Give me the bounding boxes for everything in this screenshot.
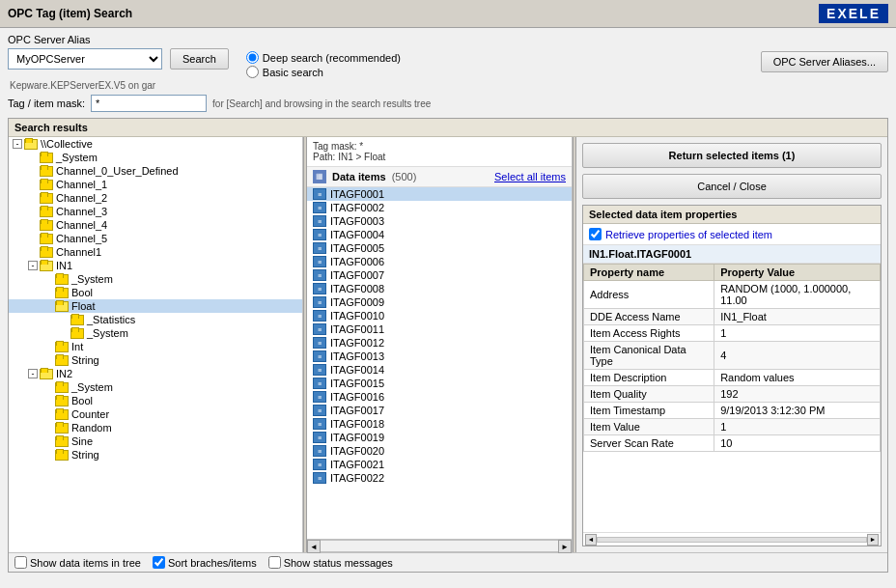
data-item-row[interactable]: ≡ITAGF0008 bbox=[307, 282, 572, 295]
folder-icon bbox=[40, 152, 53, 163]
opc-aliases-button[interactable]: OPC Server Aliases... bbox=[761, 51, 888, 72]
folder-icon bbox=[55, 273, 69, 285]
data-item-row[interactable]: ≡ITAGF0007 bbox=[307, 268, 572, 282]
item-icon: ≡ bbox=[313, 296, 326, 308]
scroll-left-btn[interactable]: ◄ bbox=[307, 540, 321, 553]
item-icon: ≡ bbox=[313, 323, 326, 335]
tree-item[interactable]: _System bbox=[9, 272, 302, 286]
server-alias-controls: MyOPCServer Search bbox=[8, 48, 229, 70]
data-item-row[interactable]: ≡ITAGF0012 bbox=[307, 336, 572, 350]
data-item-row[interactable]: ≡ITAGF0010 bbox=[307, 309, 572, 322]
tree-item[interactable]: Bool bbox=[9, 286, 302, 299]
tree-item-label: Random bbox=[71, 422, 112, 434]
tree-item[interactable]: Channel_0_User_Defined bbox=[9, 164, 302, 178]
tree-item[interactable]: Channel_1 bbox=[9, 178, 302, 191]
sort-branches-label: Sort braches/items bbox=[168, 557, 257, 569]
item-label: ITAGF0008 bbox=[330, 283, 384, 294]
tree-item[interactable]: Counter bbox=[9, 407, 302, 421]
data-item-row[interactable]: ≡ITAGF0018 bbox=[307, 417, 572, 431]
item-label: ITAGF0011 bbox=[330, 323, 384, 335]
deep-search-option[interactable]: Deep search (recommended) bbox=[246, 51, 401, 64]
tree-item-label: \\Collective bbox=[41, 138, 93, 150]
data-item-row[interactable]: ≡ITAGF0004 bbox=[307, 228, 572, 241]
data-item-row[interactable]: ≡ITAGF0009 bbox=[307, 295, 572, 309]
property-name-cell: Item Access Rights bbox=[584, 325, 714, 342]
cancel-close-button[interactable]: Cancel / Close bbox=[582, 174, 882, 199]
tree-item[interactable]: Channel_2 bbox=[9, 191, 302, 205]
select-all-link[interactable]: Select all items bbox=[494, 171, 566, 182]
tree-panel[interactable]: -\\Collective_SystemChannel_0_User_Defin… bbox=[9, 137, 303, 552]
tree-item[interactable]: Random bbox=[9, 421, 302, 434]
server-alias-select[interactable]: MyOPCServer bbox=[8, 48, 162, 70]
data-item-row[interactable]: ≡ITAGF0005 bbox=[307, 241, 572, 255]
item-label: ITAGF0019 bbox=[330, 432, 384, 443]
tree-item[interactable]: Int bbox=[9, 340, 302, 353]
h-scrollbar[interactable]: ◄ ► bbox=[307, 539, 572, 552]
folder-icon bbox=[55, 287, 69, 298]
retrieve-label: Retrieve properties of selected item bbox=[605, 229, 772, 240]
show-status-label: Show status messages bbox=[284, 557, 393, 569]
tree-item[interactable]: Bool bbox=[9, 394, 302, 407]
item-icon: ≡ bbox=[313, 418, 326, 430]
props-scroll-left[interactable]: ◄ bbox=[585, 534, 597, 546]
data-item-row[interactable]: ≡ITAGF0003 bbox=[307, 214, 572, 228]
tree-item[interactable]: _Statistics bbox=[9, 313, 302, 326]
tree-item[interactable]: _System bbox=[9, 151, 302, 164]
data-item-row[interactable]: ≡ITAGF0019 bbox=[307, 431, 572, 444]
folder-icon bbox=[40, 246, 53, 258]
props-scroll-right[interactable]: ► bbox=[867, 534, 879, 546]
properties-scroll-row[interactable]: ◄ ► bbox=[583, 532, 881, 546]
retrieve-checkbox[interactable] bbox=[589, 228, 602, 240]
path-info: Tag mask: * Path: IN1 > Float bbox=[307, 137, 572, 167]
tree-item[interactable]: -\\Collective bbox=[9, 137, 302, 151]
property-name-cell: DDE Access Name bbox=[584, 309, 714, 325]
data-item-row[interactable]: ≡ITAGF0011 bbox=[307, 322, 572, 336]
data-item-row[interactable]: ≡ITAGF0013 bbox=[307, 350, 572, 363]
expand-icon[interactable]: - bbox=[28, 261, 38, 270]
data-item-row[interactable]: ≡ITAGF0014 bbox=[307, 363, 572, 377]
data-item-row[interactable]: ≡ITAGF0006 bbox=[307, 255, 572, 268]
folder-icon bbox=[70, 327, 84, 339]
show-status-checkbox[interactable]: Show status messages bbox=[268, 556, 393, 569]
tree-item[interactable]: -IN1 bbox=[9, 259, 302, 272]
tree-item[interactable]: Channel_3 bbox=[9, 205, 302, 218]
data-item-row[interactable]: ≡ITAGF0002 bbox=[307, 201, 572, 214]
tree-item[interactable]: Channel1 bbox=[9, 245, 302, 259]
property-name-cell: Item Description bbox=[584, 370, 714, 386]
sort-branches-checkbox[interactable]: Sort braches/items bbox=[153, 556, 257, 569]
item-label: ITAGF0015 bbox=[330, 378, 384, 389]
data-item-row[interactable]: ≡ITAGF0017 bbox=[307, 404, 572, 417]
item-label: ITAGF0013 bbox=[330, 350, 384, 362]
tree-item[interactable]: String bbox=[9, 353, 302, 367]
property-name-cell: Item Canonical Data Type bbox=[584, 342, 714, 370]
show-data-items-checkbox[interactable]: Show data items in tree bbox=[14, 556, 141, 569]
data-item-row[interactable]: ≡ITAGF0022 bbox=[307, 471, 572, 485]
expand-icon[interactable]: - bbox=[13, 139, 22, 149]
props-scroll-track bbox=[597, 537, 867, 543]
tree-item[interactable]: Float bbox=[9, 299, 302, 313]
basic-search-option[interactable]: Basic search bbox=[246, 66, 401, 78]
items-list[interactable]: ≡ITAGF0001≡ITAGF0002≡ITAGF0003≡ITAGF0004… bbox=[307, 187, 572, 539]
scroll-right-btn[interactable]: ► bbox=[558, 540, 572, 553]
data-item-row[interactable]: ≡ITAGF0021 bbox=[307, 458, 572, 471]
data-item-row[interactable]: ≡ITAGF0020 bbox=[307, 444, 572, 458]
search-button[interactable]: Search bbox=[170, 48, 229, 70]
folder-icon bbox=[40, 192, 53, 204]
data-item-row[interactable]: ≡ITAGF0015 bbox=[307, 377, 572, 390]
tree-item[interactable]: _System bbox=[9, 380, 302, 394]
tree-item[interactable]: Channel_4 bbox=[9, 218, 302, 232]
item-label: ITAGF0009 bbox=[330, 296, 384, 308]
expand-icon[interactable]: - bbox=[28, 369, 38, 378]
tree-item[interactable]: _System bbox=[9, 326, 302, 340]
data-item-row[interactable]: ≡ITAGF0016 bbox=[307, 390, 572, 404]
tag-mask-input[interactable] bbox=[91, 95, 207, 112]
tree-item[interactable]: String bbox=[9, 448, 302, 462]
tree-item-label: _System bbox=[56, 152, 98, 163]
item-icon: ≡ bbox=[313, 215, 326, 227]
tree-item[interactable]: Channel_5 bbox=[9, 232, 302, 245]
tree-item[interactable]: Sine bbox=[9, 434, 302, 448]
return-selected-button[interactable]: Return selected items (1) bbox=[582, 143, 882, 168]
logo: EXELE bbox=[819, 4, 888, 23]
tree-item[interactable]: -IN2 bbox=[9, 367, 302, 380]
data-item-row[interactable]: ≡ITAGF0001 bbox=[307, 187, 572, 201]
